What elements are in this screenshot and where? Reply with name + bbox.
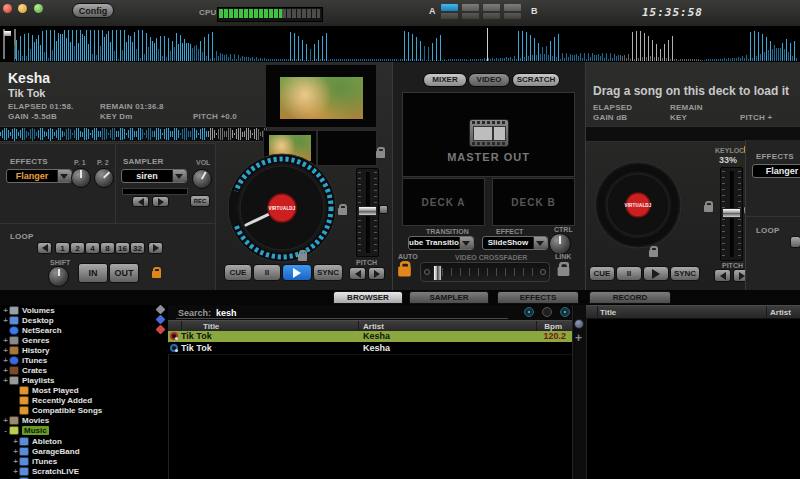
transition-select[interactable]: ube Transitio bbox=[408, 236, 474, 250]
search-input[interactable]: kesh bbox=[216, 308, 237, 318]
deck-a-loop-lock-icon[interactable] bbox=[152, 271, 161, 278]
deck-a-p2-knob[interactable] bbox=[94, 168, 114, 188]
deck-a-loop-4-button[interactable]: 4 bbox=[85, 242, 100, 254]
sidebar-item-playlists[interactable]: +Playlists bbox=[2, 375, 54, 385]
column-title[interactable]: Title bbox=[203, 322, 219, 331]
history-list-icon[interactable] bbox=[574, 319, 584, 329]
deck-a-lock-icon[interactable] bbox=[298, 254, 307, 261]
netsearch-filter-icon[interactable] bbox=[524, 307, 534, 317]
expander[interactable]: + bbox=[12, 437, 19, 446]
deck-a-effect-select[interactable]: Flanger bbox=[6, 169, 72, 183]
column-artist[interactable]: Artist bbox=[363, 322, 384, 331]
minimize-window-icon[interactable] bbox=[18, 4, 27, 13]
deck-b-jog-wheel[interactable]: VIRTUALDJ bbox=[593, 160, 683, 250]
tab-browser[interactable]: BROWSER bbox=[333, 291, 403, 304]
expander[interactable]: + bbox=[2, 306, 9, 315]
expander[interactable]: + bbox=[2, 336, 9, 345]
dropdown-arrow-icon[interactable] bbox=[533, 237, 547, 249]
sidebar-item-netsearch[interactable]: NetSearch bbox=[2, 325, 62, 335]
column-bpm[interactable]: Bpm bbox=[544, 322, 562, 331]
expander[interactable]: + bbox=[2, 316, 9, 325]
tab-scratch[interactable]: SCRATCH bbox=[512, 73, 560, 87]
tab-sampler[interactable]: SAMPLER bbox=[409, 291, 489, 304]
config-button[interactable]: Config bbox=[72, 3, 114, 18]
expander[interactable]: - bbox=[2, 426, 9, 435]
deck-a-loop-8-button[interactable]: 8 bbox=[100, 242, 115, 254]
zoom-window-icon[interactable] bbox=[34, 4, 43, 13]
deck-a-pitch-reset-button[interactable] bbox=[379, 205, 388, 214]
expander[interactable]: + bbox=[2, 356, 9, 365]
deck-a-cue-button[interactable]: CUE bbox=[224, 264, 252, 281]
dropdown-arrow-icon[interactable] bbox=[57, 170, 71, 182]
tab-mixer[interactable]: MIXER bbox=[423, 73, 467, 87]
sidebar-item-movies[interactable]: +Movies bbox=[2, 415, 49, 425]
deck-a-video-slot[interactable]: DECK A bbox=[402, 178, 485, 226]
deck-a-sampler-rec-button[interactable]: REC bbox=[190, 195, 210, 207]
link-lock-icon[interactable] bbox=[558, 267, 570, 276]
sidebar-item-recently-added[interactable]: Recently Added bbox=[12, 395, 92, 405]
tab-effects[interactable]: EFFECTS bbox=[497, 291, 579, 304]
deck-b-video-slot[interactable]: DECK B bbox=[492, 178, 575, 226]
deck-b-cue-button[interactable]: CUE bbox=[589, 266, 615, 281]
deck-a-loop-out-button[interactable]: OUT bbox=[109, 263, 139, 283]
options-icon[interactable] bbox=[560, 307, 570, 317]
waveform-zoom-handle[interactable] bbox=[4, 31, 11, 36]
deck-a-loop-in-button[interactable]: IN bbox=[78, 263, 108, 283]
deck-a-wheel-lock-icon[interactable] bbox=[338, 208, 347, 215]
expander[interactable]: + bbox=[12, 447, 19, 456]
expander[interactable]: + bbox=[2, 416, 9, 425]
deck-a-loop-2-button[interactable]: 2 bbox=[70, 242, 85, 254]
sidebar-item-music[interactable]: -Music bbox=[2, 425, 49, 435]
deck-b-pitch-handle[interactable] bbox=[722, 208, 741, 218]
deck-a-p1-knob[interactable] bbox=[71, 168, 91, 188]
deck-b-loop-button-fragment[interactable] bbox=[790, 236, 800, 248]
deck-a-pitch-slider[interactable] bbox=[356, 168, 379, 257]
deck-a-loop-32-button[interactable]: 32 bbox=[130, 242, 145, 254]
deck-a-play-button[interactable] bbox=[282, 264, 312, 281]
deck-b-lock-icon[interactable] bbox=[649, 250, 658, 257]
deck-a-pause-button[interactable]: II bbox=[253, 264, 281, 281]
deck-b-pitch-slider[interactable] bbox=[720, 167, 743, 261]
deck-a-jog-wheel[interactable]: VIRTUALDJ bbox=[227, 153, 337, 263]
deck-a-loop-half-button[interactable] bbox=[37, 242, 52, 254]
deck-b-effect-select[interactable]: Flanger bbox=[752, 164, 800, 178]
sidebar-item-crates[interactable]: +Crates bbox=[2, 365, 47, 375]
expander[interactable]: + bbox=[12, 457, 19, 466]
expander[interactable]: + bbox=[2, 376, 9, 385]
deck-b-play-button[interactable] bbox=[643, 266, 669, 281]
sidelist-column-artist[interactable]: Artist bbox=[770, 308, 791, 317]
deck-a-pitch-bend-down-button[interactable] bbox=[349, 267, 366, 280]
auto-lock-icon[interactable] bbox=[398, 267, 411, 277]
tab-record[interactable]: RECORD bbox=[589, 291, 671, 304]
deck-b-pitch-bend-down-button[interactable] bbox=[714, 269, 731, 282]
deck-a-keylock-icon[interactable] bbox=[376, 151, 385, 158]
deck-a-rhythm-strip[interactable] bbox=[0, 126, 268, 142]
video-crossfader-handle[interactable] bbox=[433, 265, 442, 281]
sidebar-tool-icon[interactable] bbox=[156, 315, 166, 325]
deck-a-pitch-bend-up-button[interactable] bbox=[368, 267, 385, 280]
waveform-overview[interactable] bbox=[14, 28, 798, 61]
sidebar-item-genres[interactable]: +Genres bbox=[2, 335, 50, 345]
sidebar-item-most-played[interactable]: Most Played bbox=[12, 385, 79, 395]
sidebar-item-volumes[interactable]: +Volumes bbox=[2, 305, 55, 315]
deck-b-wheel-lock-icon[interactable] bbox=[704, 205, 713, 212]
tab-video[interactable]: VIDEO bbox=[468, 73, 510, 87]
deck-a-loop-double-button[interactable] bbox=[148, 242, 163, 254]
sidelist-column-title[interactable]: Title bbox=[600, 308, 616, 317]
table-row[interactable]: Tik Tok Kesha bbox=[168, 343, 572, 355]
deck-a-shift-knob[interactable] bbox=[48, 266, 69, 287]
deck-b-sync-button[interactable]: SYNC bbox=[670, 266, 700, 281]
sidebar-item-garageband[interactable]: +GarageBand bbox=[12, 446, 80, 456]
table-row-selected[interactable]: Tik Tok Kesha 120.2 bbox=[168, 331, 572, 342]
deck-a-vol-knob[interactable] bbox=[192, 169, 212, 189]
sidebar-item-history[interactable]: +History bbox=[2, 345, 50, 355]
ctrl-knob[interactable] bbox=[549, 233, 571, 255]
video-effect-select[interactable]: SlideShow bbox=[482, 236, 548, 250]
expander[interactable]: + bbox=[2, 366, 9, 375]
deck-a-pitch-handle[interactable] bbox=[358, 206, 377, 216]
deck-a-sampler-select[interactable]: siren bbox=[121, 169, 187, 183]
note-icon[interactable] bbox=[542, 307, 552, 317]
sidebar-item-scratchlive[interactable]: +ScratchLIVE bbox=[12, 466, 79, 476]
dropdown-arrow-icon[interactable] bbox=[459, 237, 473, 249]
dropdown-arrow-icon[interactable] bbox=[172, 170, 186, 182]
